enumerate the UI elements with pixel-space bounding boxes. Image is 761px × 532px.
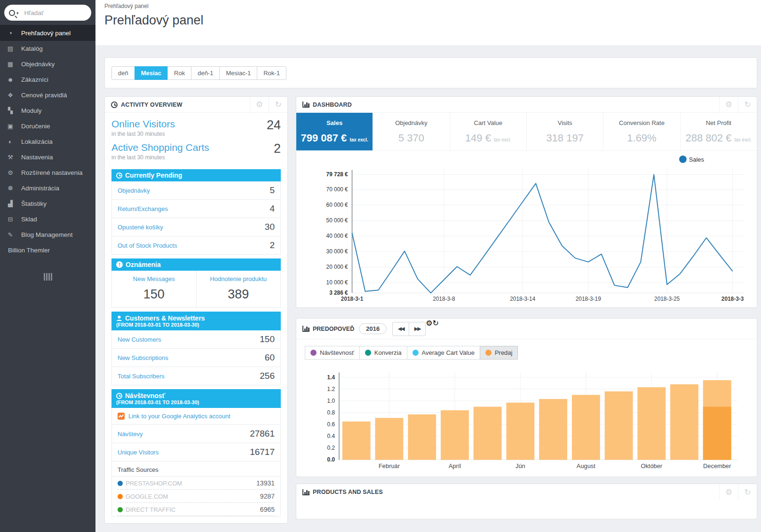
section-title: Customers & Newsletters — [125, 314, 205, 322]
kpi-value: 5 370 — [398, 132, 424, 144]
forecast-actual-bar — [703, 407, 731, 460]
sidebar-item-blog-management[interactable]: ✎ Blog Management — [0, 227, 95, 243]
kpi-conversion-rate[interactable]: Conversion Rate 1.69% — [603, 113, 680, 150]
unique-visitors-link[interactable]: Unique Visitors — [118, 449, 159, 456]
forecast-bar — [539, 399, 567, 460]
customers-newsletters-header: Customers & Newsletters (FROM 2018-03-01… — [111, 312, 281, 330]
returns-link[interactable]: Return/Exchanges — [118, 205, 168, 212]
truck-icon: ▣ — [6, 123, 15, 130]
legend-conversion-button[interactable]: Konverzia — [359, 346, 407, 360]
kpi-sales[interactable]: Sales 799 087 € tax excl. — [296, 113, 373, 150]
kpi-cart-value[interactable]: Cart Value 149 € tax excl. — [450, 113, 526, 150]
settings-gear-icon[interactable]: ⚙ — [719, 484, 738, 500]
legend-dot-icon — [485, 350, 491, 356]
active-carts-link[interactable]: Active Shopping Carts — [111, 142, 209, 153]
sidebar-item-stats[interactable]: ▟ Štatistiky — [0, 196, 95, 211]
kpi-suffix: tax excl. — [734, 137, 752, 142]
settings-gear-icon[interactable]: ⚙ — [426, 319, 432, 339]
kpi-label: Cart Value — [474, 119, 502, 126]
kpi-label: Conversion Rate — [619, 119, 665, 126]
settings-gear-icon[interactable]: ⚙ — [719, 97, 738, 113]
orders-link[interactable]: Objednávky — [118, 187, 150, 194]
svg-text:2018-3-19: 2018-3-19 — [576, 296, 601, 302]
sidebar-item-label: Rozšírené nastavenia — [21, 169, 83, 176]
next-year-button[interactable]: ▶▶ — [409, 322, 426, 336]
page-title: Prehľadový panel — [104, 13, 761, 28]
svg-text:December: December — [703, 462, 731, 469]
globe-icon: ◐ — [6, 138, 15, 145]
sidebar-item-price-rules[interactable]: ❖ Cenové pravidlá — [0, 87, 95, 103]
kpi-suffix: tax excl. — [349, 137, 368, 142]
section-title: Oznámenia — [126, 261, 161, 268]
online-visitors-link[interactable]: Online Visitors — [111, 118, 175, 130]
settings-gear-icon[interactable]: ⚙ — [250, 97, 269, 113]
range-day-1-button[interactable]: deň-1 — [191, 66, 220, 80]
google-analytics-link[interactable]: Link to your Google Analytics account — [128, 413, 230, 420]
sidebar-item-advanced-parameters[interactable]: ⚙ Rozšírené nastavenia — [0, 165, 95, 180]
sidebar-item-orders[interactable]: ▦ Objednávky — [0, 56, 95, 72]
range-day-button[interactable]: deň — [111, 66, 135, 80]
range-month-1-button[interactable]: Mesiac-1 — [219, 66, 257, 80]
sidebar-item-label: Katalóg — [21, 45, 43, 52]
book-icon: ▤ — [6, 45, 15, 52]
refresh-icon[interactable]: ↻ — [269, 97, 287, 113]
sidebar-item-label: Nastavenia — [21, 154, 53, 161]
svg-text:Apríl: Apríl — [449, 462, 461, 469]
forecast-panel: PREDOPOVEĎ 2016 ◀◀ ▶▶ ⚙ ↻ Návštev — [296, 318, 757, 477]
page-header: Prehľadový panel Prehľadový panel — [95, 0, 761, 45]
traffic-source-row: DIRECT TRAFFIC 6965 — [118, 503, 275, 516]
sidebar-item-dashboard[interactable]: ◔ Prehľadový panel — [0, 25, 95, 41]
refresh-icon[interactable]: ↻ — [738, 97, 757, 113]
sidebar-item-stock[interactable]: ⊟ Sklad — [0, 211, 95, 227]
sidebar-item-customers[interactable]: ☻ Zákazníci — [0, 72, 95, 87]
svg-text:Sales: Sales — [689, 156, 704, 163]
previous-year-button[interactable]: ◀◀ — [392, 322, 409, 336]
legend-label: Konverzia — [374, 349, 402, 356]
search-input[interactable] — [24, 9, 81, 16]
collapse-sidebar-icon[interactable] — [41, 273, 55, 281]
legend-dot-icon — [412, 350, 419, 356]
active-carts-value: 2 — [274, 142, 281, 156]
svg-text:1.4: 1.4 — [327, 374, 335, 381]
range-year-1-button[interactable]: Rok-1 — [257, 66, 286, 80]
new-subscriptions-link[interactable]: New Subscriptions — [118, 354, 168, 361]
kpi-net-profit[interactable]: Net Profit 288 802 € tax excl. — [680, 113, 757, 150]
product-reviews-link[interactable]: Hodnotenie produktu — [199, 275, 278, 282]
credit-card-icon: ▦ — [6, 61, 15, 68]
kpi-orders[interactable]: Objednávky 5 370 — [373, 113, 449, 150]
sidebar-item-localization[interactable]: ◐ Lokalizácia — [0, 134, 95, 149]
legend-visits-button[interactable]: Návštevnosť — [305, 346, 360, 360]
abandoned-carts-link[interactable]: Opustené košíky — [118, 224, 163, 231]
forecast-bar — [605, 391, 633, 460]
unique-visitors-value: 16717 — [250, 447, 275, 457]
legend-sales-button[interactable]: Predaj — [480, 346, 518, 360]
total-subscribers-link[interactable]: Total Subscribers — [118, 373, 165, 380]
svg-text:Jún: Jún — [515, 462, 525, 469]
sidebar-item-catalog[interactable]: ▤ Katalóg — [0, 41, 95, 56]
sidebar-item-preferences[interactable]: ⚒ Nastavenia — [0, 149, 95, 165]
kpi-visits[interactable]: Visits 318 197 — [526, 113, 603, 150]
out-of-stock-link[interactable]: Out of Stock Products — [118, 242, 177, 249]
range-year-button[interactable]: Rok — [167, 66, 191, 80]
legend-avg-cart-value-button[interactable]: Average Cart Value — [407, 346, 480, 360]
visits-link[interactable]: Návštevy — [118, 430, 143, 438]
new-customers-link[interactable]: New Customers — [118, 336, 161, 343]
svg-text:60 000 €: 60 000 € — [326, 202, 349, 208]
breadcrumb[interactable]: Prehľadový panel — [104, 3, 761, 9]
sidebar-item-administration[interactable]: ☸ Administrácia — [0, 180, 95, 196]
range-month-button[interactable]: Mesiac — [135, 66, 168, 80]
legend-label: Návštevnosť — [320, 349, 354, 356]
sidebar-item-modules[interactable]: ▚ Moduly — [0, 103, 95, 118]
refresh-icon[interactable]: ↻ — [738, 484, 757, 500]
refresh-icon[interactable]: ↻ — [432, 319, 438, 339]
gear-icon: ☸ — [6, 185, 15, 192]
orders-value: 5 — [270, 185, 275, 196]
sidebar-item-shipping[interactable]: ▣ Doručenie — [0, 118, 95, 134]
list-item: Out of Stock Products 2 — [112, 236, 280, 254]
bar-chart-icon — [302, 326, 309, 332]
new-messages-link[interactable]: New Messages — [115, 275, 193, 282]
search-caret-icon[interactable]: ▾ — [16, 11, 19, 16]
sidebar-item-billion-themler[interactable]: Billion Themler — [0, 243, 95, 258]
search-box[interactable]: ▾ — [4, 5, 91, 21]
source-value: 6965 — [260, 506, 275, 513]
